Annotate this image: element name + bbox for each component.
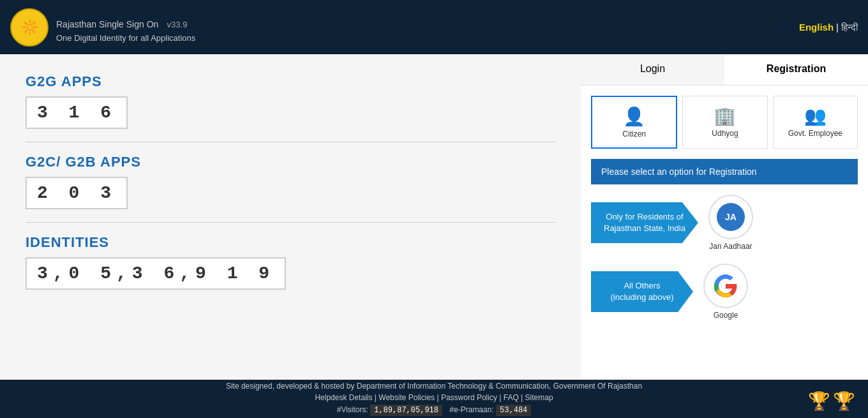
jan-aadhaar-label: Jan Aadhaar: [709, 242, 752, 251]
auth-tabs: Login Registration: [581, 54, 868, 86]
faq-link[interactable]: FAQ: [504, 393, 519, 402]
registration-content: 👤 Citizen 🏢 Udhyog 👥 Govt. Employee Plea…: [581, 86, 868, 380]
header-title-block: Rajasthan Single Sign On v33.9 One Digit…: [56, 12, 195, 43]
g2g-section: G2G APPS 3 1 6: [26, 73, 555, 129]
lang-separator: |: [836, 22, 839, 33]
identities-section: IDENTITIES 3,0 5,3 6,9 1 9: [26, 234, 555, 290]
registration-message: Please select an option for Registration: [591, 159, 858, 184]
registration-type-icons: 👤 Citizen 🏢 Udhyog 👥 Govt. Employee: [591, 96, 858, 149]
english-lang-btn[interactable]: English: [799, 22, 834, 33]
google-logo-svg: [713, 273, 738, 299]
right-panel: Login Registration 👤 Citizen 🏢 Udhyog 👥 …: [581, 54, 868, 380]
g2c-section: G2C/ G2B APPS 2 0 3: [26, 154, 555, 209]
govt-employee-option[interactable]: 👥 Govt. Employee: [773, 96, 858, 149]
footer-bottom: #Visitors: 1,89,87,05,918 #e-Pramaan: 53…: [10, 405, 858, 416]
citizen-icon: 👤: [597, 106, 671, 127]
trophy-icon-1: 🏆: [808, 391, 830, 412]
google-group: Google: [703, 264, 748, 320]
udhyog-label: Udhyog: [688, 129, 761, 138]
g2c-count: 2 0 3: [26, 177, 128, 209]
jan-aadhaar-logo-svg: JA: [715, 201, 747, 233]
govt-employee-label: Govt. Employee: [779, 129, 852, 138]
jan-aadhaar-row: Only for Residents of Rajasthan State, I…: [591, 195, 858, 251]
helpdesk-link[interactable]: Helpdesk Details: [315, 393, 372, 402]
divider-2: [26, 222, 555, 223]
epramaan-count: 53,484: [496, 405, 531, 416]
epramaan-label: #e-Pramaan:: [449, 405, 493, 414]
g2g-title: G2G APPS: [26, 73, 555, 90]
visitors-count: 1,89,87,05,918: [370, 405, 442, 416]
udhyog-icon: 🏢: [688, 105, 761, 126]
citizen-option[interactable]: 👤 Citizen: [591, 96, 677, 149]
footer-main-text: Site designed, developed & hosted by Dep…: [10, 382, 858, 391]
identities-count: 3,0 5,3 6,9 1 9: [26, 257, 286, 290]
govt-employee-icon: 👥: [779, 105, 852, 126]
header-left: 🔆 Rajasthan Single Sign On v33.9 One Dig…: [10, 8, 195, 47]
g2c-title: G2C/ G2B APPS: [26, 154, 555, 170]
main-container: G2G APPS 3 1 6 G2C/ G2B APPS 2 0 3 IDENT…: [0, 54, 868, 380]
udhyog-option[interactable]: 🏢 Udhyog: [682, 96, 767, 149]
registration-tab[interactable]: Registration: [724, 54, 868, 85]
site-logo: 🔆: [10, 8, 49, 47]
password-policy-link[interactable]: Password Policy: [441, 393, 497, 402]
jan-aadhaar-icon[interactable]: JA: [708, 195, 753, 239]
google-label: Google: [714, 311, 738, 320]
all-others-button[interactable]: All Others (including above): [591, 271, 693, 312]
language-switcher: English | हिन्दी: [799, 22, 858, 33]
sitemap-link[interactable]: Sitemap: [525, 393, 553, 402]
svg-text:JA: JA: [725, 212, 737, 222]
site-footer: Site designed, developed & hosted by Dep…: [0, 380, 868, 418]
jan-aadhaar-button[interactable]: Only for Residents of Rajasthan State, I…: [591, 202, 698, 243]
website-policies-link[interactable]: Website Policies: [378, 393, 435, 402]
site-title: Rajasthan Single Sign On v33.9: [56, 12, 195, 32]
google-icon[interactable]: [703, 264, 748, 308]
site-subtitle: One Digital Identity for all Application…: [56, 33, 195, 43]
citizen-label: Citizen: [597, 130, 671, 138]
trophy-icon-2: 🏆: [833, 391, 855, 412]
left-panel: G2G APPS 3 1 6 G2C/ G2B APPS 2 0 3 IDENT…: [0, 54, 581, 380]
trophy-area: 🏆 🏆: [808, 391, 855, 412]
footer-links: Helpdesk Details | Website Policies | Pa…: [10, 393, 858, 402]
jan-aadhaar-group: JA Jan Aadhaar: [708, 195, 753, 251]
visitors-label: #Visitors:: [337, 405, 368, 414]
identities-title: IDENTITIES: [26, 234, 555, 251]
login-tab[interactable]: Login: [581, 54, 724, 85]
hindi-lang-btn[interactable]: हिन्दी: [841, 22, 858, 33]
g2g-count: 3 1 6: [26, 96, 128, 129]
divider-1: [26, 142, 555, 142]
site-header: 🔆 Rajasthan Single Sign On v33.9 One Dig…: [0, 0, 868, 54]
google-row: All Others (including above) Google: [591, 264, 858, 320]
